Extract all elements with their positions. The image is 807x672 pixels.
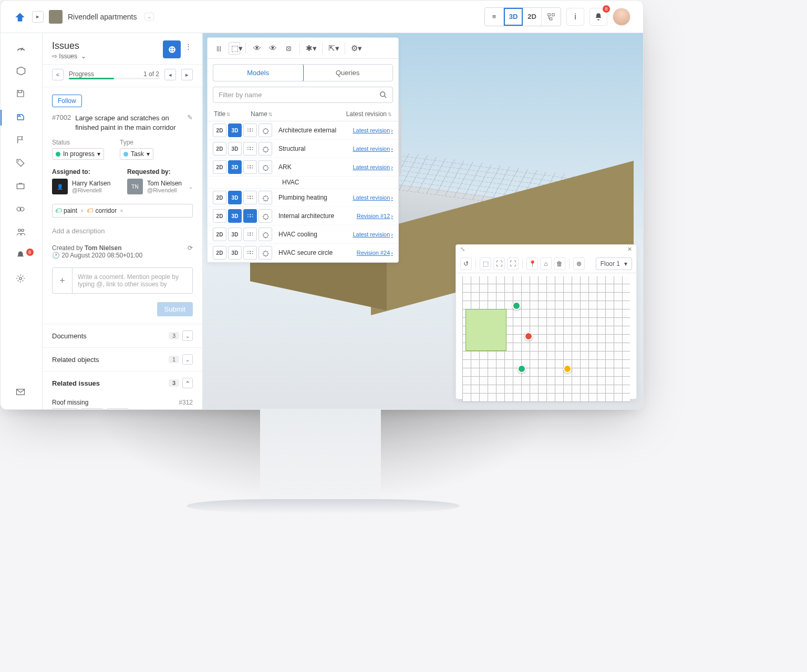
model-2d-button[interactable]: 2D — [213, 160, 226, 174]
model-target-button[interactable] — [258, 209, 272, 223]
model-row[interactable]: 2D 3D HVAC cooling Latest revision — [208, 225, 398, 244]
nav-link-icon[interactable] — [16, 204, 27, 216]
tag-paint[interactable]: 🏷paint× — [55, 207, 84, 214]
model-grid-button[interactable] — [243, 142, 257, 156]
3d-viewport[interactable]: ⫼ ⬚▾ 👁 👁 ⦻ ✱▾ ⇱▾ ⚙▾ Models — [203, 33, 643, 410]
nav-issues-icon[interactable] — [16, 112, 27, 123]
nav-dashboard-icon[interactable] — [16, 43, 27, 54]
add-issue-button[interactable]: ⊕ — [163, 40, 181, 58]
model-grid-button[interactable] — [243, 160, 257, 174]
scrollbar[interactable] — [399, 106, 401, 174]
export-icon[interactable]: ⇱▾ — [328, 44, 339, 53]
hidden-icon[interactable]: ⦻ — [283, 44, 294, 53]
model-3d-button[interactable]: 3D — [228, 191, 242, 204]
tags-input[interactable]: 🏷paint× 🏷corridor× — [52, 204, 193, 218]
revision-link[interactable]: Revision #12 — [357, 213, 393, 219]
recenter-icon[interactable]: ✱▾ — [305, 44, 317, 53]
model-row[interactable]: 2D 3D Internal architecture Revision #12 — [208, 207, 398, 225]
related-issue-item[interactable]: Roof missing #312 Public Task 🏷roof — [43, 395, 202, 410]
revision-link[interactable]: Latest revision — [353, 127, 393, 133]
type-pill[interactable]: Task ▾ — [120, 148, 153, 160]
trash-icon[interactable]: 🗑 — [554, 257, 565, 270]
crop1-icon[interactable]: ⬚ — [480, 257, 491, 270]
undo-icon[interactable]: ↺ — [460, 257, 472, 270]
model-3d-button[interactable]: 3D — [228, 142, 242, 156]
revision-link[interactable]: Revision #24 — [357, 250, 393, 256]
progress-next-button[interactable]: ▸ — [181, 69, 193, 80]
floor-selector[interactable]: Floor 1 ▾ — [596, 257, 632, 270]
submit-button[interactable]: Submit — [157, 302, 193, 316]
pin-icon[interactable]: 📍 — [526, 257, 538, 270]
requested-person[interactable]: TN Tom Nielsen @Rivendell ⌄ — [127, 179, 193, 194]
map-marker-yellow[interactable] — [563, 365, 572, 373]
home-icon[interactable]: ⌂ — [540, 257, 552, 270]
model-target-button[interactable] — [258, 160, 272, 174]
section-objects[interactable]: Related objects 1 ⌄ — [43, 347, 202, 371]
tab-models[interactable]: Models — [213, 64, 304, 81]
project-chevron-icon[interactable]: ⌄ — [144, 13, 154, 20]
model-grid-button[interactable] — [243, 228, 257, 241]
follow-button[interactable]: Follow — [52, 95, 82, 107]
nav-tag-icon[interactable] — [16, 158, 27, 170]
eye-icon[interactable]: 👁 — [251, 44, 263, 53]
model-row[interactable]: HVAC — [208, 177, 398, 189]
nav-team-icon[interactable] — [16, 228, 27, 239]
view-list-button[interactable]: ≡ — [485, 8, 504, 26]
model-3d-button[interactable]: 3D — [228, 160, 242, 174]
view-2d-button[interactable]: 2D — [523, 8, 542, 26]
view-3d-button[interactable]: 3D — [504, 8, 523, 26]
model-2d-button[interactable]: 2D — [213, 123, 226, 137]
model-target-button[interactable] — [258, 228, 272, 241]
model-target-button[interactable] — [258, 191, 272, 204]
model-target-button[interactable] — [258, 142, 272, 156]
model-grid-button[interactable] — [243, 246, 257, 260]
model-target-button[interactable] — [258, 246, 272, 260]
filter-input[interactable]: Filter by name — [213, 87, 393, 103]
nav-save-icon[interactable] — [16, 89, 27, 100]
panel-menu-button[interactable]: ⋮ — [184, 40, 193, 53]
revision-link[interactable]: Latest revision — [353, 146, 393, 152]
model-3d-button[interactable]: 3D — [228, 228, 242, 241]
edit-title-button[interactable]: ✎ — [187, 113, 193, 121]
attach-button[interactable]: + — [53, 268, 73, 293]
history-back-button[interactable]: ▸ — [32, 11, 44, 23]
cube-icon[interactable]: ⬚▾ — [229, 42, 240, 55]
target-icon[interactable]: ⊕ — [573, 257, 585, 270]
revision-link[interactable]: Latest revision — [353, 164, 393, 170]
model-3d-button[interactable]: 3D — [228, 246, 242, 260]
model-row[interactable]: 2D 3D HVAC secure circle Revision #24 — [208, 244, 398, 262]
description-placeholder[interactable]: Add a description — [43, 222, 202, 240]
model-target-button[interactable] — [258, 123, 272, 137]
tab-queries[interactable]: Queries — [303, 65, 393, 81]
floorplan[interactable] — [462, 276, 630, 402]
tag-corridor[interactable]: 🏷corridor× — [87, 207, 123, 214]
crop2-icon[interactable]: ⛶ — [493, 257, 505, 270]
map-marker-green[interactable] — [518, 365, 526, 373]
history-icon[interactable]: ⟳ — [188, 244, 193, 259]
revision-link[interactable]: Latest revision — [353, 194, 393, 201]
nav-box-icon[interactable] — [16, 66, 27, 77]
model-3d-button[interactable]: 3D — [228, 123, 242, 137]
model-2d-button[interactable]: 2D — [213, 246, 226, 260]
assigned-person[interactable]: 👤 Harry Karlsen @Rivendell — [52, 179, 118, 194]
progress-back-button[interactable]: < — [52, 69, 64, 80]
comment-input[interactable]: Write a cooment. Mention people by typin… — [73, 268, 192, 293]
nav-flag-icon[interactable] — [16, 135, 27, 147]
model-grid-button[interactable] — [243, 123, 257, 137]
nav-briefcase-icon[interactable] — [16, 181, 27, 193]
model-2d-button[interactable]: 2D — [213, 191, 226, 204]
section-documents[interactable]: Documents 3 ⌄ — [43, 324, 202, 347]
progress-prev-button[interactable]: ◂ — [164, 69, 176, 80]
model-row[interactable]: 2D 3D Structural Latest revision — [208, 140, 398, 158]
model-3d-button[interactable]: 3D — [228, 209, 242, 223]
eye-off-icon[interactable]: 👁 — [267, 44, 278, 53]
model-2d-button[interactable]: 2D — [213, 228, 226, 241]
model-row[interactable]: 2D 3D Plumbing heating Latest revision — [208, 189, 398, 207]
nav-settings-icon[interactable] — [16, 274, 27, 285]
model-grid-button[interactable] — [243, 191, 257, 204]
notifications-button[interactable]: 8 — [589, 8, 607, 26]
crop3-icon[interactable]: ⛶ — [507, 257, 519, 270]
map-marker-green[interactable] — [512, 302, 521, 310]
map-marker-red[interactable] — [524, 332, 533, 340]
section-related-issues[interactable]: Related issues 3 ⌃ — [43, 371, 202, 395]
